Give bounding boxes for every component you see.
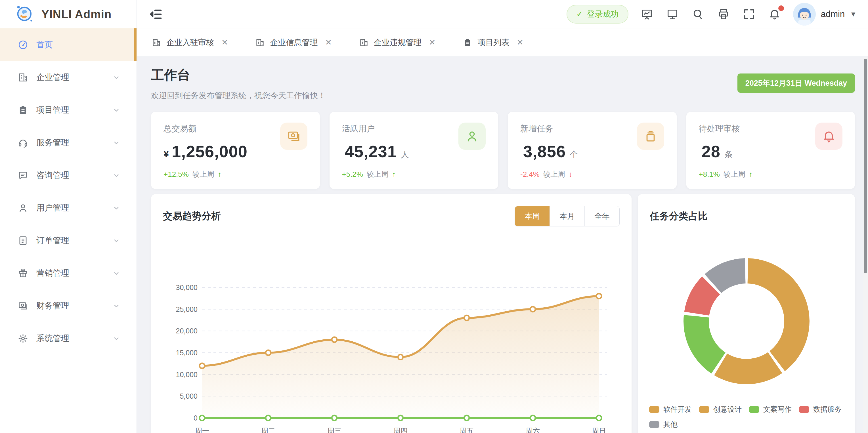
sidebar-item-label: 订单管理 (36, 235, 69, 246)
legend-label: 创意设计 (713, 405, 742, 414)
donut-segment-1 (714, 352, 782, 384)
stat-cards-row: 总交易额¥1,256,000+12.5%较上周↑活跃用户45,231人+5.2%… (151, 112, 855, 189)
welcome-text: 工作台 欢迎回到任务发布管理系统，祝您今天工作愉快！ (151, 65, 326, 101)
sidebar-item-8[interactable]: 财务管理 (0, 289, 136, 322)
tab-item-3[interactable]: 项目列表✕ (449, 28, 537, 57)
stat-unit: 条 (724, 149, 733, 160)
legend-item-2[interactable]: 文案写作 (749, 405, 792, 414)
sidebar-item-2[interactable]: 项目管理 (0, 94, 136, 126)
trend-card-header: 交易趋势分析 本周本月全年 (151, 194, 631, 238)
range-tab-1[interactable]: 本月 (550, 206, 584, 226)
legend-label: 软件开发 (663, 405, 692, 414)
notification-dot (778, 5, 784, 11)
svg-text:5,000: 5,000 (180, 392, 197, 400)
date-badge: 2025年12月31日 Wednesday (738, 73, 855, 93)
chevron-down-icon (112, 106, 121, 114)
user-icon (458, 123, 486, 150)
sidebar-item-5[interactable]: 用户管理 (0, 191, 136, 224)
tab-label: 企业信息管理 (270, 37, 318, 48)
legend-swatch (649, 406, 659, 413)
tab-item-1[interactable]: 企业信息管理✕ (242, 28, 345, 57)
sidebar-collapse-button[interactable] (149, 7, 163, 22)
sidebar-item-label: 财务管理 (36, 300, 69, 312)
fullscreen-icon[interactable] (743, 8, 755, 21)
legend-item-0[interactable]: 软件开发 (649, 405, 692, 414)
sidebar-item-3[interactable]: 服务管理 (0, 126, 136, 159)
trend-line-chart-svg: 05,00010,00015,00020,00025,00030,000周一周二… (151, 238, 631, 433)
gear-icon (18, 333, 28, 344)
sidebar-item-4[interactable]: 咨询管理 (0, 159, 136, 191)
trend-arrow-icon: ↓ (568, 170, 572, 179)
topbar-icon-group (640, 8, 781, 21)
svg-text:20,000: 20,000 (176, 327, 197, 335)
sidebar-item-9[interactable]: 系统管理 (0, 322, 136, 355)
chat-icon (18, 170, 28, 181)
range-tab-0[interactable]: 本周 (515, 206, 550, 226)
user-icon (18, 203, 28, 213)
close-icon[interactable]: ✕ (517, 38, 523, 47)
scrollbar (863, 57, 868, 433)
legend-item-4[interactable]: 其他 (649, 420, 678, 429)
close-icon[interactable]: ✕ (325, 38, 332, 47)
currency-symbol: ¥ (163, 148, 169, 159)
legend-item-1[interactable]: 创意设计 (699, 405, 742, 414)
app-root: YINLI Admin 首页企业管理项目管理服务管理咨询管理用户管理订单管理营销… (0, 0, 868, 433)
building-icon (359, 38, 369, 48)
sidebar-item-0[interactable]: 首页 (0, 28, 136, 61)
stat-card-2: 新增任务3,856个-2.4%较上周↓ (508, 112, 677, 189)
stat-trend: +8.1%较上周↑ (699, 169, 843, 179)
clipboard-icon (18, 105, 28, 116)
stat-unit: 个 (570, 149, 578, 160)
printer-icon[interactable] (717, 8, 730, 21)
user-menu[interactable]: admin ▼ (793, 3, 857, 26)
chevron-down-icon (112, 204, 121, 212)
main-area: ✓ 登录成功 (137, 0, 868, 433)
sidebar-menu: 首页企业管理项目管理服务管理咨询管理用户管理订单管理营销管理财务管理系统管理 (0, 28, 136, 355)
legend-swatch (649, 421, 659, 428)
chevron-down-icon (112, 236, 121, 245)
sidebar-item-7[interactable]: 营销管理 (0, 257, 136, 289)
stat-card-0: 总交易额¥1,256,000+12.5%较上周↑ (151, 112, 320, 189)
scrollbar-thumb[interactable] (864, 59, 867, 273)
sidebar-item-label: 首页 (36, 39, 53, 51)
svg-text:周二: 周二 (261, 427, 275, 433)
welcome-section: 工作台 欢迎回到任务发布管理系统，祝您今天工作愉快！ 2025年12月31日 W… (151, 65, 855, 101)
bell-icon[interactable] (768, 8, 781, 21)
tab-bar: 企业入驻审核✕企业信息管理✕企业违规管理✕项目列表✕ (137, 28, 868, 57)
close-icon[interactable]: ✕ (221, 38, 228, 47)
tab-item-0[interactable]: 企业入驻审核✕ (152, 28, 242, 57)
monitor-icon[interactable] (666, 8, 679, 21)
donut-legend: 软件开发创意设计文案写作数据服务其他 (638, 405, 855, 433)
tab-item-2[interactable]: 企业违规管理✕ (345, 28, 449, 57)
trend-chart-area: 05,00010,00015,00020,00025,00030,000周一周二… (151, 238, 631, 433)
donut-chart (638, 238, 855, 405)
search-icon[interactable] (691, 8, 705, 21)
topbar: ✓ 登录成功 (137, 0, 868, 28)
donut-title: 任务分类占比 (650, 210, 708, 223)
check-icon: ✓ (576, 9, 583, 19)
svg-text:10,000: 10,000 (176, 371, 197, 378)
sidebar-item-6[interactable]: 订单管理 (0, 224, 136, 257)
building-icon (255, 38, 265, 48)
close-icon[interactable]: ✕ (429, 38, 435, 47)
range-tab-2[interactable]: 全年 (584, 206, 619, 226)
range-segmented-control: 本周本月全年 (515, 206, 620, 226)
sidebar-item-label: 系统管理 (36, 333, 69, 344)
svg-text:25,000: 25,000 (176, 305, 197, 313)
stat-unit: 人 (401, 149, 409, 160)
stat-card-1: 活跃用户45,231人+5.2%较上周↑ (330, 112, 498, 189)
svg-text:周日: 周日 (592, 427, 606, 433)
chevron-down-icon (112, 138, 121, 147)
svg-text:15,000: 15,000 (176, 349, 197, 357)
task-icon (637, 123, 664, 150)
chart-board-icon[interactable] (640, 8, 653, 21)
bell-icon (815, 123, 842, 150)
topbar-actions: ✓ 登录成功 (566, 3, 857, 26)
page-subtitle: 欢迎回到任务发布管理系统，祝您今天工作愉快！ (151, 90, 326, 101)
finance-icon (18, 301, 28, 311)
sidebar-item-1[interactable]: 企业管理 (0, 61, 136, 94)
tab-label: 企业违规管理 (374, 37, 422, 48)
svg-text:0: 0 (194, 414, 197, 422)
legend-item-3[interactable]: 数据服务 (799, 405, 842, 414)
trend-arrow-icon: ↑ (749, 170, 752, 179)
